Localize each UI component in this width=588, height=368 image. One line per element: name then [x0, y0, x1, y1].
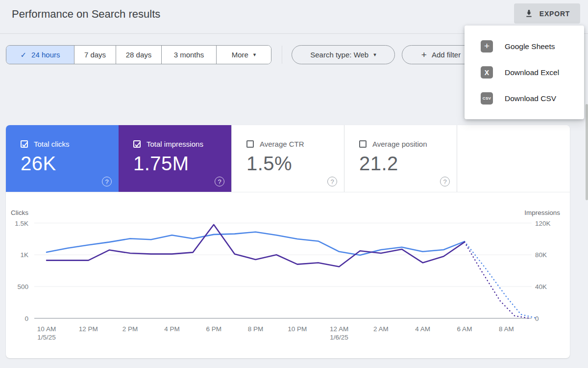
card-value: 1.75M [133, 153, 231, 175]
search-type-label: Search type: Web [310, 51, 368, 59]
tab-3-months[interactable]: 3 months [161, 46, 216, 64]
tab-label: More [232, 51, 248, 59]
svg-text:0: 0 [535, 315, 539, 322]
check-icon: ✓ [21, 51, 27, 59]
tab-7-days[interactable]: 7 days [74, 46, 116, 64]
tab-24-hours[interactable]: ✓ 24 hours [6, 46, 74, 64]
metric-cards-row: Total clicks 26K ? Total impressions 1.7… [6, 125, 570, 192]
svg-text:1/5/25: 1/5/25 [37, 334, 56, 341]
svg-text:1.5K: 1.5K [15, 220, 28, 227]
performance-line-chart[interactable]: 0050040K1K80K1.5K120KClicksImpressions10… [6, 192, 570, 358]
export-menu: + Google Sheets X Download Excel CSV Dow… [465, 26, 584, 119]
help-icon[interactable]: ? [327, 177, 337, 186]
svg-text:120K: 120K [535, 220, 551, 227]
chevron-down-icon: ▾ [253, 52, 256, 58]
vertical-scrollbar[interactable] [586, 104, 588, 200]
menu-item-download-csv[interactable]: CSV Download CSV [465, 85, 584, 111]
card-label: Total impressions [147, 140, 203, 148]
checkbox-checked-icon[interactable] [133, 140, 141, 148]
add-filter-label: Add filter [432, 51, 461, 59]
svg-text:8 PM: 8 PM [248, 325, 264, 333]
export-button[interactable]: EXPORT [514, 3, 580, 24]
svg-text:2 PM: 2 PM [122, 325, 138, 333]
svg-text:Impressions: Impressions [524, 209, 560, 216]
cards-filler [457, 125, 570, 192]
svg-text:8 AM: 8 AM [499, 325, 514, 333]
svg-text:10 AM: 10 AM [37, 325, 56, 333]
tab-more[interactable]: More ▾ [216, 46, 271, 64]
plus-icon: + [421, 50, 427, 60]
performance-panel: Total clicks 26K ? Total impressions 1.7… [6, 125, 570, 358]
menu-item-label: Google Sheets [505, 42, 555, 51]
chevron-down-icon: ▾ [373, 52, 376, 58]
card-label: Average CTR [260, 140, 304, 148]
download-icon [524, 9, 534, 18]
card-average-position[interactable]: Average position 21.2 ? [344, 125, 457, 192]
svg-text:2 AM: 2 AM [373, 325, 389, 333]
menu-item-label: Download Excel [505, 68, 559, 77]
sheets-icon: + [481, 40, 493, 53]
svg-text:6 PM: 6 PM [206, 325, 221, 333]
search-type-dropdown[interactable]: Search type: Web ▾ [292, 45, 395, 64]
menu-item-download-excel[interactable]: X Download Excel [465, 59, 584, 85]
card-average-ctr[interactable]: Average CTR 1.5% ? [231, 125, 344, 192]
tab-label: 3 months [174, 51, 204, 59]
card-label: Average position [372, 140, 427, 148]
help-icon[interactable]: ? [215, 177, 224, 186]
date-range-tabs: ✓ 24 hours 7 days 28 days 3 months More … [6, 45, 271, 64]
tab-label: 28 days [126, 51, 152, 59]
checkbox-unchecked-icon[interactable] [359, 140, 367, 148]
page-title: Performance on Search results [12, 8, 160, 21]
card-label: Total clicks [34, 140, 70, 148]
svg-text:10 PM: 10 PM [288, 325, 307, 333]
menu-item-label: Download CSV [505, 94, 556, 103]
export-button-label: EXPORT [539, 10, 570, 18]
csv-icon: CSV [481, 92, 493, 105]
svg-text:6 AM: 6 AM [457, 325, 472, 333]
help-icon[interactable]: ? [440, 177, 450, 186]
svg-text:500: 500 [17, 283, 28, 290]
checkbox-checked-icon[interactable] [21, 140, 28, 148]
tab-28-days[interactable]: 28 days [116, 46, 161, 64]
svg-text:0: 0 [24, 315, 28, 322]
card-total-clicks[interactable]: Total clicks 26K ? [6, 125, 119, 192]
tab-label: 7 days [84, 51, 106, 59]
checkbox-unchecked-icon[interactable] [246, 140, 254, 148]
svg-text:4 PM: 4 PM [164, 325, 180, 333]
card-value: 21.2 [359, 153, 457, 175]
filter-separator [282, 46, 282, 64]
svg-text:40K: 40K [535, 283, 547, 290]
svg-text:80K: 80K [535, 251, 547, 259]
help-icon[interactable]: ? [102, 177, 112, 186]
svg-text:4 AM: 4 AM [415, 325, 430, 333]
svg-text:Clicks: Clicks [11, 209, 28, 216]
card-value: 1.5% [246, 153, 344, 175]
svg-text:12 PM: 12 PM [79, 325, 98, 333]
tab-label: 24 hours [31, 51, 60, 59]
svg-text:12 AM: 12 AM [330, 325, 348, 333]
menu-item-google-sheets[interactable]: + Google Sheets [465, 33, 584, 59]
excel-icon: X [481, 66, 493, 79]
card-total-impressions[interactable]: Total impressions 1.75M ? [119, 125, 231, 192]
svg-text:1K: 1K [20, 251, 28, 259]
svg-text:1/6/25: 1/6/25 [330, 334, 348, 341]
card-value: 26K [21, 153, 119, 175]
